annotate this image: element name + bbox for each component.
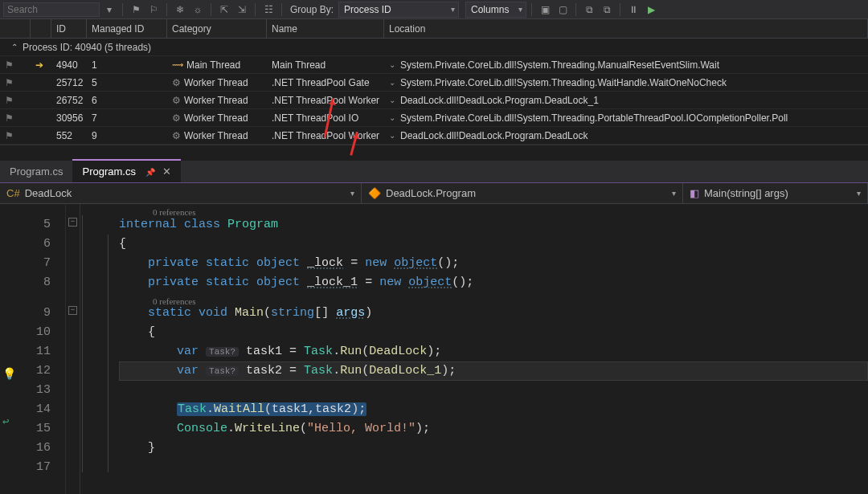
chevron-down-icon[interactable]: ⌄ xyxy=(389,78,395,87)
class-icon: 🔶 xyxy=(368,187,381,199)
thread-row[interactable]: ⚑5529⚙Worker Thread.NET ThreadPool Worke… xyxy=(0,127,868,145)
flag-toggle-icon[interactable]: ⚐ xyxy=(145,2,162,17)
nav-method-label: Main(string[] args) xyxy=(704,187,788,199)
navigation-bar: C#DeadLock ▾ 🔶DeadLock.Program ▾ ◧Main(s… xyxy=(0,183,868,204)
last-icon[interactable]: ⧉ xyxy=(599,2,615,17)
outlining-margin: − − xyxy=(66,204,80,494)
code-editor[interactable]: ↩ 5 6 7 8 9 10 11 12💡 13 14 15 16 17 − −… xyxy=(0,204,868,494)
thread-id: 30956 xyxy=(51,109,87,126)
main-thread-icon: ⟿ xyxy=(172,60,183,69)
managed-id: 6 xyxy=(87,92,167,108)
csharp-project-icon: C# xyxy=(6,187,20,199)
chevron-down-icon[interactable]: ⌄ xyxy=(389,60,395,69)
thread-row[interactable]: ⚑267526⚙Worker Thread.NET ThreadPool Wor… xyxy=(0,92,868,109)
thaw-icon[interactable]: ☼ xyxy=(190,2,206,17)
nav-class-label: DeadLock.Program xyxy=(386,187,476,199)
col-category[interactable]: Category xyxy=(167,19,267,38)
group-icon[interactable]: ☷ xyxy=(260,2,276,17)
thread-location: ⌄System.Private.CoreLib.dll!System.Threa… xyxy=(384,109,868,126)
chevron-down-icon: ▾ xyxy=(857,189,861,198)
first-icon[interactable]: ⧉ xyxy=(581,2,597,17)
columns-dropdown[interactable]: Columns xyxy=(465,2,526,18)
thread-row[interactable]: ⚑257125⚙Worker Thread.NET ThreadPool Gat… xyxy=(0,74,868,92)
group-by-dropdown[interactable]: Process ID xyxy=(338,2,459,18)
tab-program-cs-preview[interactable]: Program.cs xyxy=(0,161,72,182)
thread-location: ⌄DeadLock.dll!DeadLock.Program.DeadLock xyxy=(384,127,868,144)
managed-id: 5 xyxy=(87,74,167,91)
flag-filter-icon[interactable]: ⚑ xyxy=(128,2,144,17)
group-collapse-icon[interactable]: ⌃ xyxy=(11,43,18,51)
nav-class[interactable]: 🔶DeadLock.Program ▾ xyxy=(362,183,683,203)
col-managed-id[interactable]: Managed ID xyxy=(87,19,167,38)
thread-id: 4940 xyxy=(51,56,87,73)
pause-icon[interactable]: ⏸ xyxy=(625,2,641,17)
thread-category: ⟿Main Thread xyxy=(167,56,267,73)
thread-name: Main Thread xyxy=(267,56,384,73)
columns-label: Columns xyxy=(471,4,509,15)
thread-name: .NET ThreadPool Gate xyxy=(267,74,384,91)
tab-label: Program.cs xyxy=(82,165,135,178)
threads-grid-header: ID Managed ID Category Name Location xyxy=(0,19,868,39)
thread-id: 552 xyxy=(51,127,87,144)
gear-icon: ⚙ xyxy=(172,112,181,124)
thread-row[interactable]: ⚑➔49401⟿Main ThreadMain Thread⌄System.Pr… xyxy=(0,56,868,74)
flag-icon[interactable]: ⚑ xyxy=(5,112,14,124)
chevron-down-icon: ▾ xyxy=(350,189,354,198)
search-dropdown-icon[interactable]: ▾ xyxy=(101,2,117,17)
managed-id: 9 xyxy=(87,127,167,144)
thread-category: ⚙Worker Thread xyxy=(167,109,267,126)
lightbulb-icon[interactable]: 💡 xyxy=(2,365,16,384)
indent-guides xyxy=(80,204,119,494)
glyph-margin: ↩ xyxy=(0,204,21,494)
code-area[interactable]: 0 references internal class Program { pr… xyxy=(119,204,868,494)
expand-icon[interactable]: ⇱ xyxy=(216,2,232,17)
gear-icon: ⚙ xyxy=(172,95,181,106)
search-input[interactable] xyxy=(3,2,100,17)
tab-label: Program.cs xyxy=(10,165,63,178)
thread-id: 26752 xyxy=(51,92,87,108)
process-group-row[interactable]: ⌃ Process ID: 40940 (5 threads) xyxy=(0,39,868,56)
chevron-down-icon[interactable]: ⌄ xyxy=(389,131,395,140)
col-location[interactable]: Location xyxy=(384,19,868,38)
col-id[interactable]: ID xyxy=(51,19,87,38)
document-tabstrip: Program.cs Program.cs 📌 ✕ xyxy=(0,161,868,183)
run-icon[interactable]: ▶ xyxy=(643,2,659,17)
thread-name: .NET ThreadPool Worker xyxy=(267,92,384,108)
thread-location: ⌄DeadLock.dll!DeadLock.Program.DeadLock_… xyxy=(384,92,868,108)
flag-icon[interactable]: ⚑ xyxy=(5,130,14,141)
flag-icon[interactable]: ⚑ xyxy=(5,95,14,106)
thread-category: ⚙Worker Thread xyxy=(167,92,267,108)
nav-project-label: DeadLock xyxy=(25,187,72,199)
thread-category: ⚙Worker Thread xyxy=(167,74,267,91)
flag-icon[interactable]: ⚑ xyxy=(5,77,14,88)
chevron-down-icon[interactable]: ⌄ xyxy=(389,96,395,104)
tab-program-cs[interactable]: Program.cs 📌 ✕ xyxy=(72,159,181,182)
group-by-value: Process ID xyxy=(344,4,391,15)
inline-type-hint: Task? xyxy=(206,347,239,357)
process-group-label: Process ID: 40940 (5 threads) xyxy=(23,42,151,53)
thread-category: ⚙Worker Thread xyxy=(167,127,267,144)
managed-id: 1 xyxy=(87,56,167,73)
close-icon[interactable]: ✕ xyxy=(162,165,171,178)
gear-icon: ⚙ xyxy=(172,130,181,141)
collapse-icon[interactable]: ⇲ xyxy=(234,2,250,17)
chevron-down-icon: ▾ xyxy=(672,189,676,198)
inline-type-hint: Task? xyxy=(206,366,239,376)
flag-icon[interactable]: ⚑ xyxy=(5,59,14,71)
grid-footer xyxy=(0,145,868,161)
group-by-label: Group By: xyxy=(290,4,334,15)
thread-location: ⌄System.Private.CoreLib.dll!System.Threa… xyxy=(384,74,868,91)
pin-icon[interactable]: 📌 xyxy=(145,168,155,177)
collapse-groups-icon[interactable]: ▢ xyxy=(555,2,571,17)
nav-project[interactable]: C#DeadLock ▾ xyxy=(0,183,362,203)
expand-groups-icon[interactable]: ▣ xyxy=(537,2,553,17)
fold-box-icon[interactable]: − xyxy=(68,218,77,227)
current-thread-icon: ➔ xyxy=(35,59,43,71)
chevron-down-icon[interactable]: ⌄ xyxy=(389,113,395,122)
gear-icon: ⚙ xyxy=(172,77,181,88)
col-name[interactable]: Name xyxy=(267,19,384,38)
freeze-icon[interactable]: ❄ xyxy=(172,2,188,17)
thread-row[interactable]: ⚑309567⚙Worker Thread.NET ThreadPool IO⌄… xyxy=(0,109,868,127)
nav-method[interactable]: ◧Main(string[] args) ▾ xyxy=(683,183,868,203)
fold-box-icon[interactable]: − xyxy=(68,306,77,315)
